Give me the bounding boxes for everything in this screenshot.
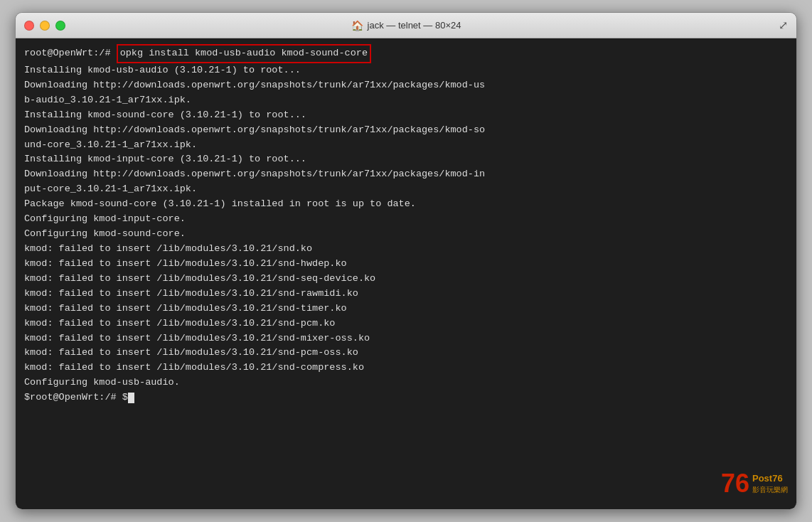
expand-button[interactable]: ⤢ [779, 18, 788, 32]
output-line-9: put-core_3.10.21-1_ar71xx.ipk. [24, 182, 788, 197]
output-line-14: kmod: failed to insert /lib/modules/3.10… [24, 257, 788, 272]
output-line-2: Downloading http://downloads.openwrt.org… [24, 78, 788, 93]
output-line-13: kmod: failed to insert /lib/modules/3.10… [24, 242, 788, 257]
cursor [128, 393, 134, 403]
home-icon: 🏠 [351, 20, 363, 31]
titlebar: 🏠 jack — telnet — 80×24 ⤢ [16, 13, 796, 38]
output-line-6: und-core_3.10.21-1_ar71xx.ipk. [24, 138, 788, 153]
final-prompt: $root@OpenWrt:/# $ [24, 390, 128, 405]
output-line-7: Installing kmod-input-core (3.10.21-1) t… [24, 152, 788, 167]
traffic-lights [24, 21, 65, 31]
close-button[interactable] [24, 21, 34, 31]
output-line-15: kmod: failed to insert /lib/modules/3.10… [24, 272, 788, 287]
output-line-18: kmod: failed to insert /lib/modules/3.10… [24, 316, 788, 331]
output-line-21: kmod: failed to insert /lib/modules/3.10… [24, 361, 788, 375]
output-line-16: kmod: failed to insert /lib/modules/3.10… [24, 287, 788, 302]
command-text: opkg install kmod-usb-audio kmod-sound-c… [117, 44, 371, 63]
output-line-5: Downloading http://downloads.openwrt.org… [24, 123, 788, 138]
watermark: 76 Post76 影音玩樂網 [721, 464, 788, 504]
terminal-window: 🏠 jack — telnet — 80×24 ⤢ root@OpenWrt:/… [15, 12, 797, 510]
window-title: 🏠 jack — telnet — 80×24 [351, 20, 461, 31]
terminal-body[interactable]: root@OpenWrt:/# opkg install kmod-usb-au… [16, 38, 796, 509]
minimize-button[interactable] [40, 21, 50, 31]
output-line-17: kmod: failed to insert /lib/modules/3.10… [24, 302, 788, 316]
output-line-11: Configuring kmod-input-core. [24, 212, 788, 227]
maximize-button[interactable] [55, 21, 65, 31]
watermark-number: 76 [721, 464, 749, 504]
watermark-site: 影音玩樂網 [752, 485, 788, 494]
command-line: root@OpenWrt:/# opkg install kmod-usb-au… [24, 44, 788, 63]
output-line-4: Installing kmod-sound-core (3.10.21-1) t… [24, 108, 788, 123]
prompt-1: root@OpenWrt:/# [24, 46, 117, 61]
output-line-8: Downloading http://downloads.openwrt.org… [24, 167, 788, 182]
watermark-label: Post76 影音玩樂網 [752, 473, 788, 494]
output-line-1: Installing kmod-usb-audio (3.10.21-1) to… [24, 63, 788, 78]
output-line-12: Configuring kmod-sound-core. [24, 227, 788, 242]
output-line-20: kmod: failed to insert /lib/modules/3.10… [24, 346, 788, 361]
output-line-22: Configuring kmod-usb-audio. [24, 375, 788, 390]
output-line-10: Package kmod-sound-core (3.10.21-1) inst… [24, 197, 788, 212]
watermark-post: Post76 [752, 473, 788, 485]
title-label: jack — telnet — 80×24 [368, 20, 461, 31]
output-line-3: b-audio_3.10.21-1_ar71xx.ipk. [24, 93, 788, 108]
final-prompt-line: $root@OpenWrt:/# $ [24, 390, 788, 405]
output-line-19: kmod: failed to insert /lib/modules/3.10… [24, 331, 788, 346]
